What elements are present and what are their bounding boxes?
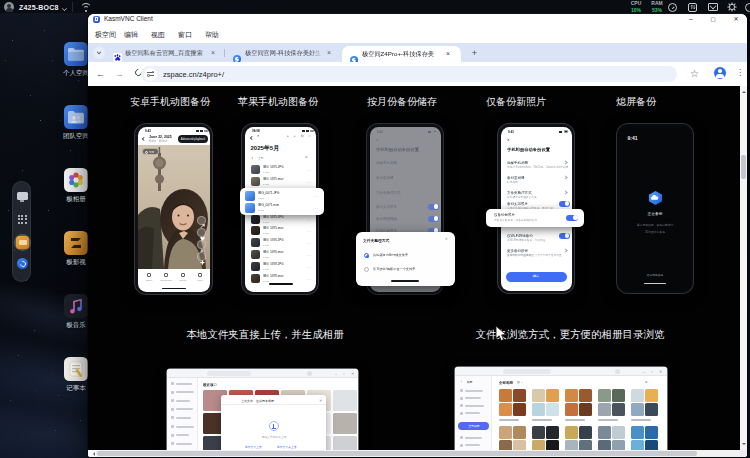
browser-tab-1[interactable]: 极空间私有云官网_百度搜索 × (107, 45, 222, 61)
phone1-action-2-icon[interactable]: AI (197, 240, 206, 249)
forward-button[interactable]: → (115, 69, 125, 79)
bookmark-star-icon[interactable]: ☆ (688, 67, 701, 80)
file-more-icon[interactable]: ⋯ (313, 205, 318, 211)
menu-item-3[interactable]: 窗口 (178, 30, 192, 40)
settings-gear-icon[interactable] (727, 2, 737, 12)
device-name[interactable]: Z425-BOC8 (19, 4, 59, 11)
phone2-sort-icon[interactable]: ≋ (305, 155, 308, 159)
file-more-icon[interactable]: ⋯ (307, 167, 312, 173)
app2-view-icons[interactable]: ▤ ⌄ (517, 380, 523, 384)
phone1-toolbar-item[interactable]: Share (142, 273, 157, 285)
app2-sidebar-item[interactable] (465, 405, 484, 407)
app2-album[interactable] (631, 389, 658, 416)
window-close-button[interactable]: ✕ (729, 14, 743, 24)
desktop-icon-personal-space[interactable] (64, 42, 88, 66)
phone1-toolbar-item[interactable]: Download (159, 273, 174, 285)
browser-menu-dots-icon[interactable]: ⋮ (736, 66, 744, 80)
desktop-icon-video-app[interactable] (64, 231, 88, 255)
phone3-close-icon[interactable]: ✕ (376, 138, 379, 142)
app1-sidebar-item[interactable] (176, 443, 192, 445)
file-more-icon[interactable]: ⋯ (313, 193, 318, 199)
url-text[interactable]: zspace.cn/z4pro+/ (163, 70, 224, 79)
app1-search-input[interactable] (207, 371, 251, 376)
app2-sidebar-item[interactable] (465, 390, 483, 392)
app1-window-control[interactable]: ✕ (351, 372, 355, 375)
user-avatar-icon[interactable] (4, 2, 14, 12)
dock-desktop-icon[interactable] (17, 192, 28, 200)
phone2-card-row[interactable]: IMG_0071.mov2 MB⋯ (245, 202, 319, 213)
phone1-advanced-playback-button[interactable]: Advanced playback (178, 135, 208, 143)
dialog-close-icon[interactable]: ✕ (319, 398, 322, 403)
horizontal-scrollbar[interactable] (88, 450, 740, 457)
scroll-up-arrow[interactable] (742, 89, 746, 93)
profile-avatar[interactable] (714, 67, 726, 79)
app1-sidebar-item[interactable] (176, 391, 194, 393)
phone1-action-3-icon[interactable] (197, 252, 206, 261)
app2-refresh-icon[interactable] (615, 369, 620, 374)
menu-item-2[interactable]: 视图 (151, 30, 165, 40)
app2-album[interactable] (565, 426, 592, 450)
desktop-icon-notes-app[interactable] (64, 357, 88, 381)
desktop-icon-music-app[interactable] (64, 294, 88, 318)
app1-photo-thumb[interactable] (333, 390, 357, 411)
phone1-back-icon[interactable] (142, 137, 146, 141)
new-tab-button[interactable]: + (468, 47, 481, 60)
mail-icon[interactable] (708, 3, 718, 11)
file-more-icon[interactable]: ⋯ (307, 179, 312, 185)
app2-sidebar-item[interactable] (465, 444, 480, 446)
scroll-left-button[interactable] (88, 450, 96, 457)
device-caret-icon[interactable] (62, 6, 67, 11)
app2-search-input[interactable] (503, 369, 551, 374)
phone2-file-row[interactable]: IMG_5875.mov2 MB⋯ (251, 225, 313, 237)
menu-item-0[interactable]: 极空间 (95, 30, 116, 40)
phone2-filter[interactable]: ▼ (251, 156, 254, 159)
phone2-file-row[interactable]: IMG_5875.JPG2 MB⋯ (251, 164, 313, 176)
edge-partial-icon[interactable] (745, 3, 750, 12)
vertical-scroll-thumb[interactable] (741, 155, 746, 179)
phone2-card-row[interactable]: IMG_0071.JPG2 MB⋯ (245, 190, 319, 201)
app2-album[interactable] (598, 389, 625, 416)
menu-item-1[interactable]: 编辑 (124, 30, 138, 40)
app1-photo-thumb[interactable] (333, 413, 357, 434)
app2-album[interactable] (499, 426, 526, 450)
app1-window-control[interactable]: – (335, 372, 339, 375)
desktop-icon-team-space[interactable] (64, 105, 88, 129)
monitor-gauge-icon[interactable] (668, 3, 677, 12)
phone2-back-icon[interactable] (250, 136, 254, 140)
browser-tab-3-active[interactable]: 极空间Z4Pro+-科技保存美 × (342, 46, 461, 62)
back-button[interactable]: ← (96, 69, 106, 79)
phone4-toggle-on[interactable] (559, 233, 570, 239)
phone2-nav-icon-1[interactable]: ⌕ (294, 134, 296, 138)
tab-search-chevron-icon[interactable] (93, 47, 105, 59)
site-settings-icon[interactable] (144, 68, 157, 81)
app1-window-control[interactable]: ▫ (343, 372, 347, 375)
app2-album[interactable] (631, 426, 658, 450)
phone3-toggle-on[interactable] (428, 216, 439, 222)
app2-active-item[interactable]: 全部相册 (458, 422, 489, 430)
file-more-icon[interactable]: ⋯ (307, 240, 312, 246)
file-more-icon[interactable]: ⋯ (307, 264, 312, 270)
app2-more-icons[interactable]: ⊞ ⋯ (645, 380, 651, 384)
scroll-down-arrow[interactable] (742, 443, 746, 447)
app1-sidebar-item[interactable] (176, 434, 189, 436)
window-maximize-button[interactable]: ▢ (706, 14, 720, 24)
phone2-nav-icon-0[interactable]: + (287, 134, 289, 138)
phone2-file-row[interactable]: IMG_5875.mov2 MB⋯ (251, 176, 313, 188)
dock-files-app-icon[interactable] (16, 236, 29, 249)
phone1-toolbar-item[interactable]: More (193, 273, 208, 285)
file-more-icon[interactable]: ⋯ (307, 217, 312, 223)
dialog-close-icon[interactable]: ✕ (445, 237, 448, 241)
app1-sidebar-item[interactable] (176, 417, 191, 419)
app1-refresh-icon[interactable] (307, 371, 312, 376)
dock-browser-icon[interactable] (17, 258, 28, 269)
app2-sidebar-item[interactable] (465, 412, 480, 414)
phone2-file-row[interactable]: IMG_5876.mov2 MB⋯ (251, 249, 313, 261)
transfer-tasks-icon[interactable] (688, 3, 697, 12)
menu-item-4[interactable]: 帮助 (205, 30, 219, 40)
app2-album[interactable] (565, 389, 592, 416)
app2-album[interactable] (598, 426, 625, 450)
tab2-close-icon[interactable]: × (327, 49, 331, 56)
dialog-link-folder[interactable]: 选择文件夹上传 (277, 445, 297, 449)
dialog-link-file[interactable]: 选择文件上传 (245, 445, 262, 449)
phone4-confirm-button[interactable]: 确定 (506, 272, 567, 282)
